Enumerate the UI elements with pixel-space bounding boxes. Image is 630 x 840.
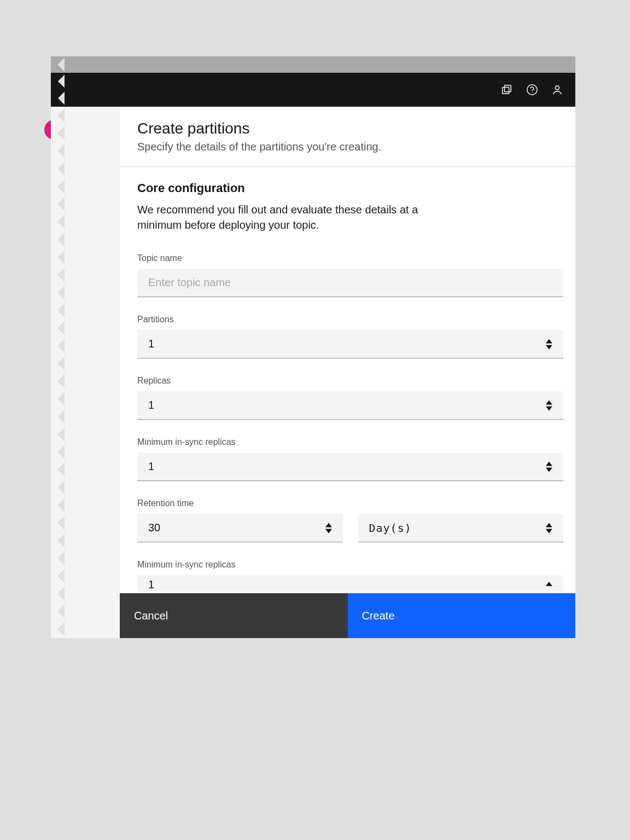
copy-icon[interactable]: [500, 83, 514, 97]
min-isr-field: Minimum in-sync replicas 1: [137, 437, 563, 481]
svg-rect-0: [504, 85, 511, 92]
panel-subtitle: Specify the details of the partitions yo…: [137, 141, 558, 153]
min-isr-2-stepper[interactable]: 1: [137, 575, 563, 592]
step-down-icon[interactable]: [546, 529, 552, 533]
panel-footer: Cancel Create: [120, 593, 575, 638]
step-up-icon[interactable]: [546, 523, 552, 527]
section-title: Core configuration: [137, 181, 563, 195]
step-up-icon[interactable]: [546, 339, 552, 343]
min-isr-2-value: 1: [148, 578, 154, 591]
field-label: Partitions: [137, 315, 563, 325]
topic-name-input[interactable]: [137, 269, 563, 297]
min-isr-value: 1: [148, 460, 154, 473]
cancel-button[interactable]: Cancel: [120, 593, 348, 638]
step-up-icon[interactable]: [546, 461, 552, 466]
field-label: Topic name: [137, 253, 563, 263]
replicas-field: Replicas 1: [137, 376, 563, 420]
retention-field: Retention time 30 Day(s): [137, 499, 563, 542]
step-up-icon[interactable]: [546, 400, 552, 404]
zigzag-edge: [51, 107, 65, 638]
stepper-control[interactable]: [546, 582, 552, 586]
step-up-icon[interactable]: [325, 523, 332, 527]
replicas-value: 1: [148, 399, 154, 412]
svg-point-4: [555, 86, 559, 90]
stepper-control[interactable]: [546, 461, 552, 472]
field-label: Minimum in-sync replicas: [137, 437, 563, 447]
svg-rect-1: [503, 87, 509, 94]
min-isr-stepper[interactable]: 1: [137, 453, 563, 481]
retention-value-stepper[interactable]: 30: [137, 514, 343, 542]
panel-body: Core configuration We recommend you fill…: [120, 167, 575, 593]
zigzag-edge: [51, 56, 65, 73]
user-icon[interactable]: [550, 83, 564, 97]
replicas-stepper[interactable]: 1: [137, 391, 563, 420]
zigzag-edge: [51, 73, 65, 107]
step-down-icon[interactable]: [546, 406, 552, 410]
step-down-icon[interactable]: [546, 467, 552, 472]
retention-unit-value: Day(s): [369, 522, 412, 535]
step-up-icon[interactable]: [546, 582, 552, 586]
partitions-stepper[interactable]: 1: [137, 330, 563, 358]
min-isr-field-2: Minimum in-sync replicas 1: [137, 560, 563, 592]
step-down-icon[interactable]: [325, 529, 332, 533]
field-label: Retention time: [137, 499, 563, 508]
partitions-field: Partitions 1: [137, 315, 563, 358]
panel-header: Create partitions Specify the details of…: [120, 107, 575, 167]
field-label: Minimum in-sync replicas: [137, 560, 563, 570]
section-description: We recommend you fill out and evaluate t…: [137, 202, 454, 233]
stepper-control[interactable]: [546, 339, 552, 349]
global-toolbar: [57, 73, 575, 107]
help-icon[interactable]: [525, 83, 539, 97]
retention-value: 30: [148, 522, 160, 534]
svg-point-2: [527, 85, 537, 95]
stepper-control[interactable]: [325, 523, 332, 533]
window-chrome-strip: [57, 56, 575, 73]
partitions-value: 1: [148, 338, 154, 350]
panel-title: Create partitions: [137, 120, 558, 137]
retention-unit-select[interactable]: Day(s): [358, 514, 564, 542]
topic-name-field: Topic name: [137, 253, 563, 297]
step-down-icon[interactable]: [546, 345, 552, 349]
stepper-control[interactable]: [546, 400, 552, 410]
create-partitions-panel: Create partitions Specify the details of…: [120, 107, 575, 638]
svg-point-3: [532, 92, 532, 92]
stepper-control[interactable]: [546, 523, 552, 533]
field-label: Replicas: [137, 376, 563, 386]
create-button[interactable]: Create: [348, 593, 576, 638]
